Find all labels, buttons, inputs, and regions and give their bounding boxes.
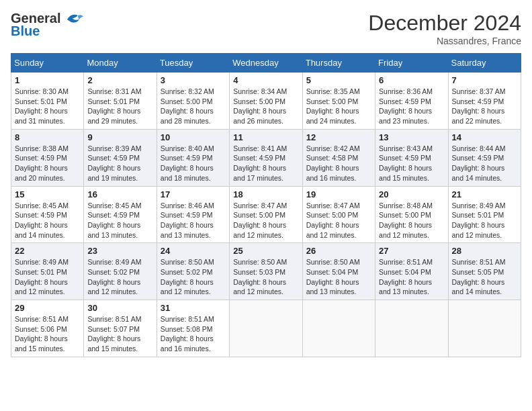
calendar-cell: 15Sunrise: 8:45 AMSunset: 4:59 PMDayligh… [11,186,84,243]
day-info: Sunrise: 8:39 AMSunset: 4:59 PMDaylight:… [87,144,152,183]
weekday-header-row: SundayMondayTuesdayWednesdayThursdayFrid… [11,54,521,73]
calendar-cell: 7Sunrise: 8:37 AMSunset: 4:59 PMDaylight… [448,73,521,130]
calendar-cell: 20Sunrise: 8:48 AMSunset: 5:00 PMDayligh… [375,186,448,243]
day-info: Sunrise: 8:43 AMSunset: 4:59 PMDaylight:… [379,144,444,183]
calendar-cell: 11Sunrise: 8:41 AMSunset: 4:59 PMDayligh… [230,129,302,186]
day-number: 5 [306,75,371,85]
calendar-cell: 24Sunrise: 8:50 AMSunset: 5:02 PMDayligh… [157,243,229,300]
calendar-cell: 31Sunrise: 8:51 AMSunset: 5:08 PMDayligh… [157,300,229,357]
day-number: 15 [15,189,80,199]
logo: General Blue [11,11,83,39]
calendar-cell: 18Sunrise: 8:47 AMSunset: 5:00 PMDayligh… [230,186,302,243]
day-number: 8 [15,132,80,142]
day-info: Sunrise: 8:45 AMSunset: 4:59 PMDaylight:… [87,201,152,240]
day-info: Sunrise: 8:34 AMSunset: 5:00 PMDaylight:… [233,87,298,126]
week-row-5: 29Sunrise: 8:51 AMSunset: 5:06 PMDayligh… [11,300,521,357]
day-info: Sunrise: 8:51 AMSunset: 5:08 PMDaylight:… [161,314,226,354]
day-info: Sunrise: 8:51 AMSunset: 5:06 PMDaylight:… [15,314,80,354]
day-number: 2 [87,75,152,85]
day-info: Sunrise: 8:40 AMSunset: 4:59 PMDaylight:… [161,144,226,183]
page-header: General Blue December 2024 Nassandres, F… [11,11,521,46]
day-info: Sunrise: 8:30 AMSunset: 5:01 PMDaylight:… [15,87,80,126]
location: Nassandres, France [368,36,521,46]
calendar-cell [448,300,521,357]
day-info: Sunrise: 8:47 AMSunset: 5:00 PMDaylight:… [306,201,371,240]
calendar-cell: 13Sunrise: 8:43 AMSunset: 4:59 PMDayligh… [375,129,448,186]
day-number: 6 [379,75,444,85]
week-row-4: 22Sunrise: 8:49 AMSunset: 5:01 PMDayligh… [11,243,521,300]
calendar-cell: 1Sunrise: 8:30 AMSunset: 5:01 PMDaylight… [11,73,84,130]
day-number: 19 [306,189,371,199]
calendar-cell: 21Sunrise: 8:49 AMSunset: 5:01 PMDayligh… [448,186,521,243]
day-number: 24 [161,246,226,256]
weekday-saturday: Saturday [448,54,521,73]
calendar-cell: 5Sunrise: 8:35 AMSunset: 5:00 PMDaylight… [302,73,375,130]
calendar-cell: 2Sunrise: 8:31 AMSunset: 5:01 PMDaylight… [84,73,157,130]
calendar-cell: 22Sunrise: 8:49 AMSunset: 5:01 PMDayligh… [11,243,84,300]
calendar-cell: 3Sunrise: 8:32 AMSunset: 5:00 PMDaylight… [157,73,229,130]
weekday-thursday: Thursday [302,54,375,73]
logo-blue-text: Blue [11,24,40,39]
day-info: Sunrise: 8:51 AMSunset: 5:07 PMDaylight:… [87,314,152,354]
day-info: Sunrise: 8:45 AMSunset: 4:59 PMDaylight:… [15,201,80,240]
calendar-cell: 12Sunrise: 8:42 AMSunset: 4:58 PMDayligh… [302,129,375,186]
week-row-3: 15Sunrise: 8:45 AMSunset: 4:59 PMDayligh… [11,186,521,243]
calendar-cell: 4Sunrise: 8:34 AMSunset: 5:00 PMDaylight… [230,73,302,130]
day-number: 12 [306,132,371,142]
day-info: Sunrise: 8:51 AMSunset: 5:05 PMDaylight:… [452,257,517,297]
day-info: Sunrise: 8:37 AMSunset: 4:59 PMDaylight:… [452,87,517,126]
day-info: Sunrise: 8:50 AMSunset: 5:02 PMDaylight:… [161,257,226,297]
calendar-cell: 6Sunrise: 8:36 AMSunset: 4:59 PMDaylight… [375,73,448,130]
day-info: Sunrise: 8:42 AMSunset: 4:58 PMDaylight:… [306,144,371,183]
day-number: 14 [452,132,517,142]
day-number: 30 [87,303,152,313]
calendar-cell [375,300,448,357]
weekday-friday: Friday [375,54,448,73]
day-number: 20 [379,189,444,199]
week-row-1: 1Sunrise: 8:30 AMSunset: 5:01 PMDaylight… [11,73,521,130]
day-info: Sunrise: 8:51 AMSunset: 5:04 PMDaylight:… [379,257,444,297]
day-info: Sunrise: 8:50 AMSunset: 5:03 PMDaylight:… [233,257,298,297]
day-info: Sunrise: 8:49 AMSunset: 5:01 PMDaylight:… [452,201,517,240]
week-row-2: 8Sunrise: 8:38 AMSunset: 4:59 PMDaylight… [11,129,521,186]
day-number: 13 [379,132,444,142]
calendar-cell: 26Sunrise: 8:50 AMSunset: 5:04 PMDayligh… [302,243,375,300]
day-number: 4 [233,75,298,85]
calendar-cell: 17Sunrise: 8:46 AMSunset: 4:59 PMDayligh… [157,186,229,243]
calendar-cell: 28Sunrise: 8:51 AMSunset: 5:05 PMDayligh… [448,243,521,300]
day-info: Sunrise: 8:47 AMSunset: 5:00 PMDaylight:… [233,201,298,240]
day-info: Sunrise: 8:36 AMSunset: 4:59 PMDaylight:… [379,87,444,126]
weekday-monday: Monday [84,54,157,73]
calendar-cell: 9Sunrise: 8:39 AMSunset: 4:59 PMDaylight… [84,129,157,186]
title-block: December 2024 Nassandres, France [368,11,521,46]
month-title: December 2024 [368,11,521,36]
calendar-cell: 10Sunrise: 8:40 AMSunset: 4:59 PMDayligh… [157,129,229,186]
day-number: 29 [15,303,80,313]
day-number: 16 [87,189,152,199]
weekday-sunday: Sunday [11,54,84,73]
day-info: Sunrise: 8:46 AMSunset: 4:59 PMDaylight:… [161,201,226,240]
day-info: Sunrise: 8:48 AMSunset: 5:00 PMDaylight:… [379,201,444,240]
calendar-cell: 30Sunrise: 8:51 AMSunset: 5:07 PMDayligh… [84,300,157,357]
day-number: 26 [306,246,371,256]
day-number: 25 [233,246,298,256]
calendar-cell: 16Sunrise: 8:45 AMSunset: 4:59 PMDayligh… [84,186,157,243]
day-number: 3 [161,75,226,85]
day-number: 31 [161,303,226,313]
day-number: 23 [87,246,152,256]
day-info: Sunrise: 8:49 AMSunset: 5:02 PMDaylight:… [87,257,152,297]
day-number: 9 [87,132,152,142]
day-info: Sunrise: 8:50 AMSunset: 5:04 PMDaylight:… [306,257,371,297]
calendar-cell [302,300,375,357]
day-number: 10 [161,132,226,142]
day-info: Sunrise: 8:44 AMSunset: 4:59 PMDaylight:… [452,144,517,183]
calendar-cell: 14Sunrise: 8:44 AMSunset: 4:59 PMDayligh… [448,129,521,186]
calendar-cell: 27Sunrise: 8:51 AMSunset: 5:04 PMDayligh… [375,243,448,300]
calendar-table: SundayMondayTuesdayWednesdayThursdayFrid… [11,53,521,357]
weekday-wednesday: Wednesday [230,54,302,73]
day-info: Sunrise: 8:32 AMSunset: 5:00 PMDaylight:… [161,87,226,126]
calendar-cell [230,300,302,357]
day-number: 21 [452,189,517,199]
weekday-tuesday: Tuesday [157,54,229,73]
day-info: Sunrise: 8:35 AMSunset: 5:00 PMDaylight:… [306,87,371,126]
